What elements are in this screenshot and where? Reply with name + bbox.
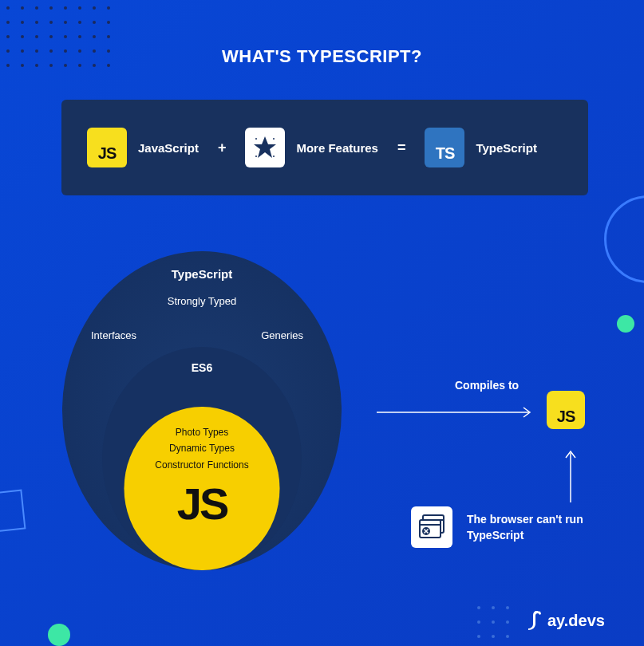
dot-grid-small-decor (477, 606, 509, 638)
venn-outer-right-label: Generies (261, 329, 303, 341)
svg-point-14 (539, 612, 541, 614)
js-label: JavaScript (138, 141, 199, 155)
venn-diagram: TypeScript Strongly Typed Interfaces Gen… (62, 251, 342, 570)
green-circle-decor (48, 624, 70, 646)
venn-inner-line2: Dynamic Types (124, 440, 280, 456)
svg-point-1 (255, 138, 257, 140)
arrow-up-icon (565, 447, 576, 506)
star-icon (245, 128, 285, 167)
venn-inner-js: Photo Types Dynamic Types Constructor Fu… (124, 407, 280, 570)
equation-term-ts: TS TypeScript (425, 128, 536, 167)
venn-inner-line3: Constructor Functions (124, 457, 280, 473)
equation-term-js: JS JavaScript (87, 128, 199, 167)
brand-logo: ay.devs (527, 609, 605, 632)
venn-inner-big-label: JS (124, 478, 280, 530)
venn-inner-line1: Photo Types (124, 424, 280, 440)
svg-point-4 (273, 156, 275, 157)
compiles-to-label: Compiles to (455, 379, 519, 392)
svg-marker-0 (254, 136, 276, 158)
brand-text: ay.devs (547, 612, 605, 630)
square-outline-decor (0, 490, 26, 534)
plus-operator: + (218, 140, 227, 156)
svg-rect-9 (420, 520, 441, 538)
venn-mid-title: ES6 (62, 361, 342, 374)
browser-message: The browser can't run TypeScript (467, 512, 587, 543)
venn-outer-sub: Strongly Typed (62, 295, 342, 307)
browser-window-icon (411, 506, 452, 548)
svg-point-2 (273, 138, 275, 140)
teal-circle-decor (617, 315, 634, 333)
equation-card: JS JavaScript + More Features = TS TypeS… (61, 100, 588, 195)
js-target-icon: JS (547, 391, 585, 429)
arrow-right-icon (377, 407, 536, 408)
ts-label: TypeScript (476, 141, 536, 155)
svg-point-3 (255, 156, 257, 157)
features-label: More Features (296, 141, 378, 155)
js-icon: JS (87, 128, 127, 167)
ring-arc-decor (604, 195, 644, 283)
venn-outer-left-label: Interfaces (91, 329, 136, 341)
jay-logo-icon (527, 609, 546, 632)
equals-operator: = (397, 140, 406, 156)
ts-icon: TS (425, 128, 464, 167)
equation-term-features: More Features (245, 128, 378, 167)
venn-outer-title: TypeScript (62, 267, 342, 281)
page-title: WHAT'S TYPESCRIPT? (0, 46, 644, 67)
